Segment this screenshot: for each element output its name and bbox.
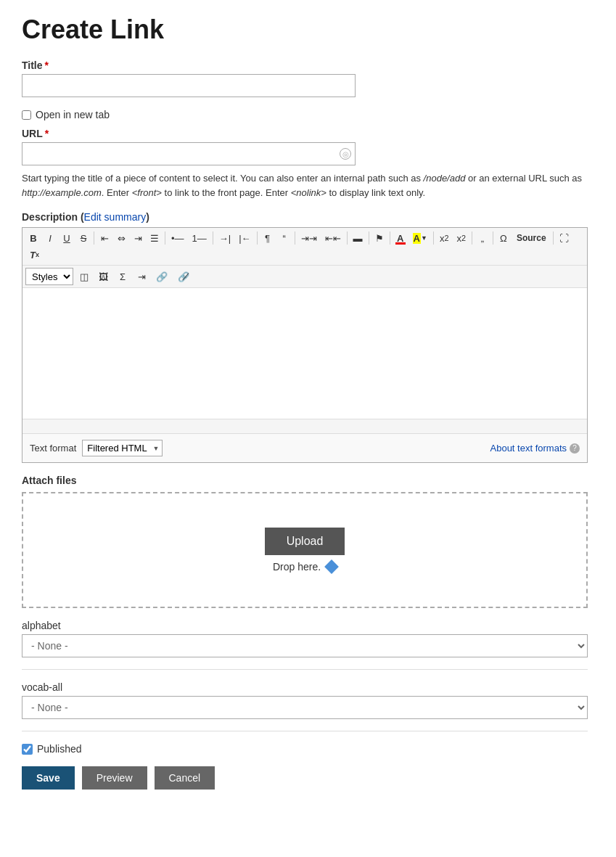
- autocomplete-icon: ◎: [340, 148, 351, 160]
- title-label: Title*: [22, 60, 594, 71]
- separator: [553, 231, 554, 245]
- separator: [295, 231, 295, 245]
- separator: [94, 231, 94, 245]
- drop-here-text: Drop here.: [273, 561, 337, 573]
- open-new-tab-checkbox[interactable]: [22, 110, 31, 120]
- indent2-button[interactable]: ⇥: [134, 268, 149, 284]
- diamond-icon: [324, 559, 339, 574]
- alphabet-label: alphabet: [22, 620, 594, 631]
- bg-color-button[interactable]: A ▼: [409, 230, 431, 246]
- published-label: Published: [37, 743, 82, 755]
- tx-button[interactable]: Tx: [25, 247, 44, 263]
- separator: [493, 231, 493, 245]
- decrease-indent-button[interactable]: ⇤⇤: [321, 230, 345, 246]
- flag-button[interactable]: ⚑: [371, 230, 387, 246]
- toolbar-row2: Styles ◫ 🖼 Σ ⇥ 🔗 🔗̸: [22, 266, 587, 288]
- outdent-button[interactable]: |←: [235, 230, 254, 246]
- indent-button[interactable]: →|: [215, 230, 234, 246]
- bold-button[interactable]: B: [25, 230, 41, 246]
- sigma-button[interactable]: Σ: [115, 268, 131, 284]
- unlink-button[interactable]: 🔗̸: [174, 268, 193, 284]
- align-center-button[interactable]: ⇔: [113, 230, 129, 246]
- upload-dropzone[interactable]: Upload Drop here.: [22, 492, 588, 608]
- text-format-select[interactable]: Filtered HTML: [82, 440, 163, 456]
- toolbar-row1: B I U S ⇤ ⇔ ⇥ ☰ •— 1— →| |← ¶ “ ⇥⇥ ⇤⇤ ▬ …: [22, 228, 587, 266]
- subscript-button[interactable]: x2: [453, 230, 469, 246]
- link-button[interactable]: 🔗: [152, 268, 171, 284]
- font-color-button[interactable]: A: [393, 230, 408, 246]
- preview-button[interactable]: Preview: [82, 766, 147, 790]
- align-right-button[interactable]: ⇥: [130, 230, 146, 246]
- align-justify-button[interactable]: ☰: [147, 230, 163, 246]
- quote-button[interactable]: „: [475, 230, 490, 246]
- url-label: URL*: [22, 128, 594, 139]
- title-input[interactable]: [22, 74, 356, 97]
- alphabet-select[interactable]: - None -: [22, 634, 588, 657]
- page-title: Create Link: [22, 15, 594, 45]
- underline-button[interactable]: U: [59, 230, 75, 246]
- text-format-row: Text format Filtered HTML About text for…: [22, 433, 587, 462]
- attach-files-label: Attach files: [22, 475, 594, 486]
- vocab-all-section: vocab-all - None -: [22, 681, 594, 719]
- vocab-all-select[interactable]: - None -: [22, 696, 588, 719]
- italic-button[interactable]: I: [42, 230, 58, 246]
- upload-button[interactable]: Upload: [265, 528, 345, 555]
- text-format-left: Text format Filtered HTML: [30, 440, 163, 456]
- description-label: Description (Edit summary): [22, 211, 594, 223]
- format-select-wrapper: Filtered HTML: [82, 440, 163, 456]
- url-input[interactable]: [22, 142, 356, 165]
- editor-wrapper: B I U S ⇤ ⇔ ⇥ ☰ •— 1— →| |← ¶ “ ⇥⇥ ⇤⇤ ▬ …: [22, 227, 588, 463]
- separator: [472, 231, 472, 245]
- fullwidth-button[interactable]: ▬: [350, 230, 366, 246]
- text-format-label: Text format: [30, 443, 76, 454]
- url-help-text: Start typing the title of a piece of con…: [22, 171, 588, 200]
- blockquote-button[interactable]: “: [276, 230, 292, 246]
- separator: [369, 231, 369, 245]
- action-buttons: Save Preview Cancel: [22, 766, 594, 790]
- separator: [165, 231, 165, 245]
- cancel-button[interactable]: Cancel: [155, 766, 215, 790]
- bullet-list-button[interactable]: •—: [168, 230, 188, 246]
- open-new-tab-label: Open in new tab: [36, 109, 110, 120]
- published-row: Published: [22, 743, 594, 755]
- editor-area[interactable]: [22, 288, 587, 419]
- increase-indent-button[interactable]: ⇥⇥: [297, 230, 321, 246]
- vocab-all-label: vocab-all: [22, 681, 594, 693]
- styles-select[interactable]: Styles: [25, 268, 73, 285]
- published-checkbox[interactable]: [22, 744, 33, 755]
- special-char-button[interactable]: Ω: [496, 230, 512, 246]
- superscript-button[interactable]: x2: [436, 230, 453, 246]
- edit-summary-link[interactable]: Edit summary: [84, 211, 147, 223]
- separator: [213, 231, 213, 245]
- number-list-button[interactable]: 1—: [189, 230, 210, 246]
- maximize-button[interactable]: ⛶: [556, 230, 572, 246]
- divider2: [22, 731, 588, 731]
- paragraph-button[interactable]: ¶: [260, 230, 276, 246]
- alphabet-section: alphabet - None -: [22, 620, 594, 657]
- divider: [22, 669, 588, 670]
- table-button[interactable]: ◫: [76, 268, 92, 284]
- about-text-formats-link[interactable]: About text formats ?: [490, 443, 580, 454]
- editor-statusbar: [22, 419, 587, 433]
- separator: [433, 231, 434, 245]
- save-button[interactable]: Save: [22, 766, 75, 790]
- separator: [390, 231, 390, 245]
- source-button[interactable]: Source: [512, 230, 551, 246]
- separator: [257, 231, 258, 245]
- separator: [347, 231, 348, 245]
- align-left-button[interactable]: ⇤: [96, 230, 112, 246]
- url-input-wrapper: ◎: [22, 142, 356, 165]
- image-button[interactable]: 🖼: [95, 268, 112, 284]
- strikethrough-button[interactable]: S: [75, 230, 91, 246]
- help-icon: ?: [570, 443, 580, 454]
